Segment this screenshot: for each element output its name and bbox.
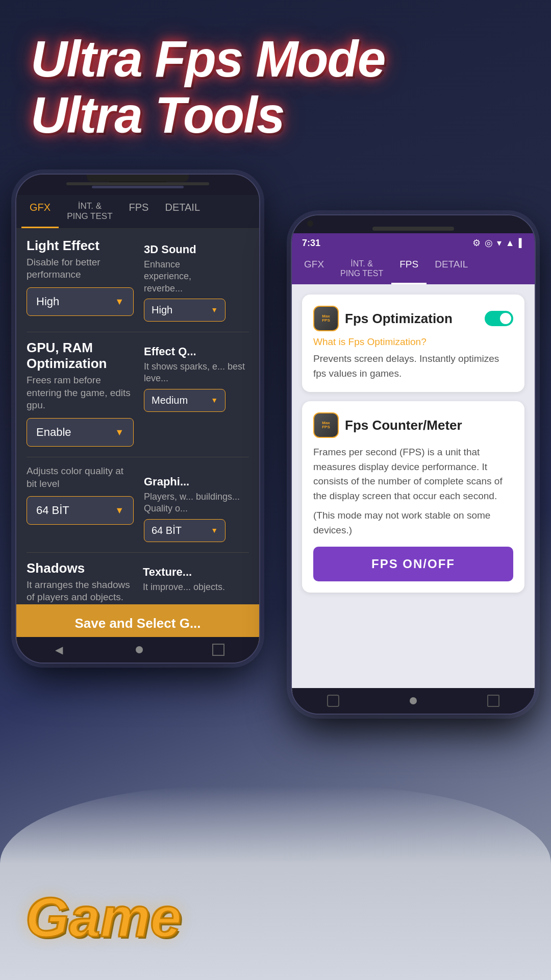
fps-on-off-button[interactable]: FPS ON/OFF <box>313 547 513 581</box>
light-effect-arrow-icon: ▼ <box>115 297 124 307</box>
sound-3d-arrow-icon: ▼ <box>211 306 218 314</box>
tabs-right: GFX İNT. &PING TEST FPS DETAIL <box>292 253 535 284</box>
fps-counter-desc2: (This mode may not work stable on some d… <box>313 508 513 537</box>
fps-opt-icon: Max FPS <box>313 306 339 331</box>
gpu-ram-title: GPU, RAM Optimization <box>27 340 134 372</box>
status-icons: ⚙ ◎ ▾ ▲ ▌ <box>472 237 524 249</box>
graphic-arrow-icon: ▼ <box>115 505 124 516</box>
signal-icon: ▲ <box>506 238 515 249</box>
gpu-ram-desc: Frees ram before entering the game, edit… <box>27 374 134 412</box>
tab-int-left[interactable]: İNT. &PING TEST <box>59 195 120 228</box>
graphic-quality2-title: Graphi... <box>144 475 249 488</box>
sound-3d-title: 3D Sound <box>144 243 249 256</box>
bottom-decoration <box>0 786 551 980</box>
effect-quality-value: Medium <box>152 395 188 406</box>
gpu-ram-value: Enable <box>36 426 71 439</box>
phone-nav-right <box>292 688 535 714</box>
graphic-quality2-dropdown[interactable]: 64 BİT ▼ <box>144 519 226 542</box>
location-icon: ◎ <box>485 237 493 249</box>
sound-3d-value: High <box>152 304 172 316</box>
fps-counter-title: Fps Counter/Meter <box>345 418 462 433</box>
light-effect-value: High <box>36 295 59 308</box>
title-line2: Ultra Tools <box>31 86 284 143</box>
nav-square-left-icon[interactable] <box>327 695 339 707</box>
graphic-quality2-value: 64 BİT <box>152 525 182 536</box>
tab-fps-right[interactable]: FPS <box>391 253 427 284</box>
phone-notch-left <box>16 175 259 195</box>
sound-3d-desc: Enhanceexperience,reverbe... <box>144 259 249 295</box>
tab-detail-right[interactable]: DETAIL <box>427 253 476 284</box>
phone-nav-left: ◀ <box>16 637 259 663</box>
graphic-desc: Adjusts color quality at bit level <box>27 465 134 490</box>
tab-gfx-left[interactable]: GFX <box>21 195 59 228</box>
tab-detail-left[interactable]: DETAIL <box>157 195 208 228</box>
status-bar-right: 7:31 ⚙ ◎ ▾ ▲ ▌ <box>292 233 535 253</box>
light-effect-title: Light Effect <box>27 238 134 254</box>
tab-fps-left[interactable]: FPS <box>121 195 157 228</box>
graphic-value: 64 BİT <box>36 504 69 517</box>
sound-3d-dropdown[interactable]: High ▼ <box>144 299 226 322</box>
fps-opt-title: Fps Optimization <box>345 311 453 327</box>
title-line1: Ultra Fps Mode <box>31 30 385 87</box>
graphic-quality2-arrow-icon: ▼ <box>211 526 218 534</box>
fps-opt-header: Max FPS Fps Optimization <box>313 306 513 331</box>
nav-recents-icon[interactable] <box>212 644 224 656</box>
effect-quality-desc: It shows sparks, e... best leve... <box>144 361 249 385</box>
tab-gfx-right[interactable]: GFX <box>296 253 332 284</box>
fps-opt-toggle[interactable] <box>485 311 513 326</box>
texture-title: Texture... <box>143 566 249 579</box>
screen-content-right: Max FPS Fps Optimization What is Fps Opt… <box>292 284 535 693</box>
effect-quality-arrow-icon: ▼ <box>211 396 218 404</box>
effect-quality-title: Effect Q... <box>144 345 249 358</box>
fps-counter-desc1: Frames per second (FPS) is a unit that m… <box>313 445 513 503</box>
light-effect-dropdown[interactable]: High ▼ <box>27 287 134 316</box>
divider-1 <box>27 332 249 332</box>
fps-opt-title-row: Max FPS Fps Optimization <box>313 306 453 331</box>
nav-back-icon[interactable]: ◀ <box>51 642 66 657</box>
fps-opt-desc: Prevents screen delays. Instantly optimi… <box>313 352 513 381</box>
fps-optimization-card: Max FPS Fps Optimization What is Fps Opt… <box>302 295 524 392</box>
speaker-right <box>372 227 454 231</box>
shadows-desc: It arranges the shadows of players and o… <box>27 579 133 604</box>
game-label: Game <box>26 885 182 949</box>
screen-left: GFX İNT. &PING TEST FPS DETAIL Light Eff… <box>16 195 259 663</box>
divider-3 <box>27 552 249 553</box>
tabs-left: GFX İNT. &PING TEST FPS DETAIL <box>16 195 259 229</box>
battery-icon: ▌ <box>519 238 524 248</box>
graphic-quality2-desc: Players, w... buildings... Quality o... <box>144 491 249 515</box>
light-effect-desc: Disable for better performance <box>27 256 134 281</box>
fps-counter-card: Max FPS Fps Counter/Meter Frames per sec… <box>302 401 524 593</box>
camera-right <box>307 220 313 227</box>
wifi-icon: ▾ <box>497 237 502 249</box>
effect-quality-dropdown[interactable]: Medium ▼ <box>144 389 226 412</box>
fps-counter-icon: Max FPS <box>313 412 339 438</box>
time-display: 7:31 <box>302 238 320 249</box>
texture-desc: It improve... objects. <box>143 581 249 593</box>
gpu-ram-arrow-icon: ▼ <box>115 427 124 438</box>
divider-2 <box>27 457 249 457</box>
nav-square-right-icon[interactable] <box>487 695 499 707</box>
graphic-dropdown[interactable]: 64 BİT ▼ <box>27 496 134 525</box>
phone-notch-right <box>292 215 535 233</box>
phone-left: GFX İNT. &PING TEST FPS DETAIL Light Eff… <box>15 174 260 664</box>
shadows-title: Shadows <box>27 560 133 576</box>
fps-opt-link[interactable]: What is Fps Optimization? <box>313 336 513 348</box>
phones-container: GFX İNT. &PING TEST FPS DETAIL Light Eff… <box>0 174 551 735</box>
gpu-ram-dropdown[interactable]: Enable ▼ <box>27 418 134 447</box>
nav-home-icon[interactable] <box>136 646 143 653</box>
nav-home-right-icon[interactable] <box>410 697 417 704</box>
app-title: Ultra Fps Mode Ultra Tools <box>31 31 520 143</box>
settings-icon: ⚙ <box>472 237 481 249</box>
tab-int-right[interactable]: İNT. &PING TEST <box>332 253 391 284</box>
fps-counter-title-row: Max FPS Fps Counter/Meter <box>313 412 513 438</box>
phone-right: 7:31 ⚙ ◎ ▾ ▲ ▌ GFX İNT. &PING TEST FPS D… <box>291 214 536 715</box>
title-section: Ultra Fps Mode Ultra Tools <box>0 0 551 163</box>
